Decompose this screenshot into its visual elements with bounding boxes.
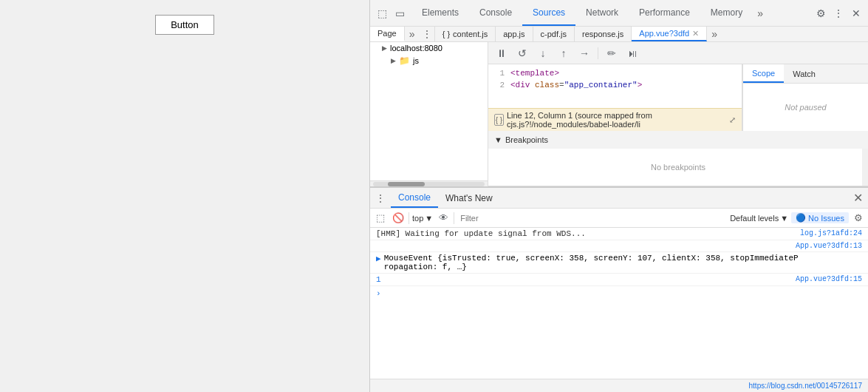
filter-icon[interactable]: 🚫 xyxy=(391,211,406,226)
sources-body: ▶ localhost:8080 ▶ 📁 js xyxy=(370,42,868,186)
code-area: 1 <template> 2 <div class="app_container… xyxy=(488,64,742,131)
more-tabs-icon[interactable]: » xyxy=(753,6,768,21)
devtools-tabs: Elements Console Sources Network Perform… xyxy=(411,0,813,26)
console-number-value: 1 xyxy=(376,275,381,284)
file-tab-cpdfjs[interactable]: c-pdf.js xyxy=(533,27,575,41)
sources-tab-page[interactable]: Page xyxy=(370,27,405,41)
code-line-1: 1 <template> xyxy=(488,67,742,79)
tab-elements[interactable]: Elements xyxy=(411,0,469,26)
line-content: <div class="app_container"> xyxy=(510,81,642,89)
console-link-appvue13[interactable]: App.vue?3dfd:13 xyxy=(796,242,862,250)
tab-sources[interactable]: Sources xyxy=(522,0,575,26)
context-select[interactable]: top ▼ xyxy=(412,214,433,223)
horizontal-scrollbar[interactable] xyxy=(370,180,488,186)
prompt-icon: › xyxy=(376,289,381,298)
devtools-toolbar: ⬚ ▭ Elements Console Sources Network Per… xyxy=(370,0,868,27)
console-entry-number: 1 App.vue?3dfd:15 xyxy=(370,274,868,286)
tab-memory[interactable]: Memory xyxy=(700,0,753,26)
file-tab-icon: { } xyxy=(442,30,450,38)
breakpoints-header[interactable]: ▼ Breakpoints xyxy=(488,131,868,149)
deactivate-button[interactable]: ✏ xyxy=(604,46,619,61)
scope-tab[interactable]: Scope xyxy=(743,64,784,83)
whats-new-tab[interactable]: What's New xyxy=(438,188,500,208)
clear-console-icon[interactable]: ⬚ xyxy=(373,211,388,226)
separator xyxy=(598,47,598,59)
console-text-hmr: [HMR] Waiting for update signal from WDS… xyxy=(376,229,794,238)
cursor-icon[interactable]: ⬚ xyxy=(375,6,389,21)
tree-item-js[interactable]: ▶ 📁 js xyxy=(370,54,488,67)
tab-performance[interactable]: Performance xyxy=(629,0,700,26)
tree-item-label: js xyxy=(413,56,419,65)
watch-tab[interactable]: Watch xyxy=(784,64,824,83)
no-issues-badge[interactable]: 🔵 No Issues xyxy=(791,212,849,223)
settings-icon[interactable]: ⚙ xyxy=(813,6,828,21)
step-out-button[interactable]: ↑ xyxy=(556,46,571,61)
levels-dropdown-icon: ▼ xyxy=(780,214,788,223)
console-link-appvue15[interactable]: App.vue?3dfd:15 xyxy=(796,275,862,283)
code-line-2: 2 <div class="app_container"> xyxy=(488,79,742,91)
console-output: [HMR] Waiting for update signal from WDS… xyxy=(370,228,868,379)
expand-icon[interactable]: ⤢ xyxy=(729,115,736,125)
console-tab[interactable]: Console xyxy=(391,188,438,208)
dropdown-icon: ▼ xyxy=(425,214,433,223)
step-button[interactable]: → xyxy=(577,46,592,61)
close-console-icon[interactable]: ✕ xyxy=(850,191,865,206)
demo-button[interactable]: Button xyxy=(155,15,214,35)
eye-icon[interactable]: 👁 xyxy=(436,211,451,226)
tab-network[interactable]: Network xyxy=(575,0,629,26)
folder-icon: 📁 xyxy=(399,55,410,66)
line-number: 1 xyxy=(488,69,510,78)
console-filter-input[interactable] xyxy=(457,214,727,223)
dont-pause-button[interactable]: ⏯ xyxy=(625,46,640,61)
toolbar-left-icons: ⬚ ▭ xyxy=(370,6,411,21)
tree-item-label: localhost:8080 xyxy=(390,44,442,53)
divider xyxy=(409,212,409,224)
expand-arrow-icon[interactable]: ▶ xyxy=(376,254,381,263)
code-content: 1 <template> 2 <div class="app_container… xyxy=(488,64,742,108)
step-into-button[interactable]: ↓ xyxy=(536,46,550,61)
tree-arrow-icon: ▶ xyxy=(382,44,387,52)
tab-console[interactable]: Console xyxy=(469,0,522,26)
close-devtools-icon[interactable]: ✕ xyxy=(849,6,864,21)
device-icon[interactable]: ▭ xyxy=(392,6,407,21)
tree-arrow-icon: ▶ xyxy=(391,57,396,64)
console-prompt[interactable]: › xyxy=(370,286,868,301)
console-link-hmr[interactable]: log.js?1afd:24 xyxy=(800,229,862,237)
sources-menu-icon[interactable]: ⋮ xyxy=(420,27,434,41)
status-bar: https://blog.csdn.net/00145726117 xyxy=(370,379,868,392)
scope-content: Not paused xyxy=(743,84,868,131)
file-tabs-more-icon[interactable]: » xyxy=(707,27,722,41)
file-tab-contentjs[interactable]: { } content.js xyxy=(435,27,496,41)
file-tab-responsejs[interactable]: response.js xyxy=(575,27,632,41)
file-tree: ▶ localhost:8080 ▶ 📁 js xyxy=(370,42,488,186)
console-entry-hmr: [HMR] Waiting for update signal from WDS… xyxy=(370,228,868,240)
issues-icon: 🔵 xyxy=(796,213,806,223)
file-tab-appjs[interactable]: app.js xyxy=(496,27,533,41)
file-tab-label: response.js xyxy=(582,30,623,38)
page-area: Button xyxy=(0,0,369,392)
line-content: <template> xyxy=(510,69,559,78)
console-entry-mouseevent: ▶ MouseEvent {isTrusted: true, screenX: … xyxy=(370,252,868,274)
no-breakpoints-text: No breakpoints xyxy=(651,163,705,172)
file-tab-appvue[interactable]: App.vue?3dfd ✕ xyxy=(632,27,707,41)
console-entry-link: App.vue?3dfd:13 xyxy=(370,240,868,252)
console-menu-icon[interactable]: ⋮ xyxy=(373,191,388,206)
no-issues-label: No Issues xyxy=(808,214,844,223)
status-url[interactable]: https://blog.csdn.net/00145726117 xyxy=(749,382,862,390)
more-options-icon[interactable]: ⋮ xyxy=(831,6,846,21)
file-tab-close-icon[interactable]: ✕ xyxy=(692,29,699,38)
breakpoints-label: Breakpoints xyxy=(505,135,548,144)
step-over-button[interactable]: ↺ xyxy=(515,46,530,61)
file-tab-label: c-pdf.js xyxy=(541,30,567,38)
breakpoints-scrollbar[interactable] xyxy=(862,149,868,186)
console-toolbar: ⬚ 🚫 top ▼ 👁 Default levels ▼ 🔵 No Issues xyxy=(370,209,868,228)
file-tree-content: ▶ localhost:8080 ▶ 📁 js xyxy=(370,42,488,180)
line-number: 2 xyxy=(488,81,510,89)
levels-select[interactable]: Default levels ▼ xyxy=(730,214,788,223)
tree-item-localhost[interactable]: ▶ localhost:8080 xyxy=(370,42,488,54)
console-settings-icon[interactable]: ⚙ xyxy=(852,212,865,225)
breakpoints-section: ▼ Breakpoints No breakpoints xyxy=(488,131,868,186)
sources-more-icon[interactable]: » xyxy=(405,27,420,41)
pause-button[interactable]: ⏸ xyxy=(494,46,509,61)
context-label: top xyxy=(412,214,423,223)
